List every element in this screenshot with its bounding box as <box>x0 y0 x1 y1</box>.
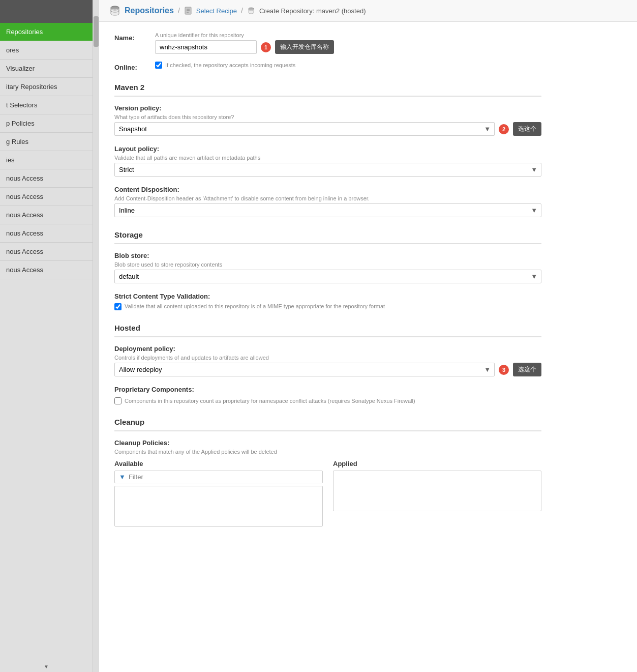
strict-content-checkbox[interactable] <box>114 303 122 310</box>
hosted-section-title: Hosted <box>114 319 541 337</box>
layout-policy-hint: Validate that all paths are maven artifa… <box>114 155 541 161</box>
blob-store-hint: Blob store used to store repository cont… <box>114 261 541 268</box>
deployment-policy-select-row: Allow redeploy Disable redeploy Read-onl… <box>114 363 541 376</box>
name-input[interactable] <box>155 40 257 54</box>
content-disposition-hint: Add Content-Disposition header as 'Attac… <box>114 195 541 201</box>
proprietary-row: Components in this repository count as p… <box>114 397 541 404</box>
badge-2: 2 <box>499 124 509 134</box>
strict-content-label: Strict Content Type Validation: <box>114 293 541 300</box>
breadcrumb-sep-1: / <box>178 7 180 15</box>
sidebar-item-policies[interactable]: p Policies <box>0 114 93 133</box>
version-policy-group: Version policy: What type of artifacts d… <box>114 104 541 136</box>
content-disposition-label: Content Disposition: <box>114 186 541 193</box>
breadcrumb-sep-2: / <box>241 7 243 15</box>
content-disposition-select[interactable]: Inline Attachment <box>114 203 541 217</box>
content-disposition-group: Content Disposition: Add Content-Disposi… <box>114 186 541 217</box>
name-label: Name: <box>114 32 155 42</box>
online-content: If checked, the repository accepts incom… <box>155 62 541 69</box>
deployment-policy-select[interactable]: Allow redeploy Disable redeploy Read-onl… <box>114 363 495 376</box>
header-title[interactable]: Repositories <box>125 6 174 15</box>
badge-1: 1 <box>261 42 271 52</box>
sidebar-item-label: ores <box>6 46 19 54</box>
create-repo-icon <box>247 7 255 15</box>
breadcrumb: Repositories / Select Recipe / Create Re… <box>99 0 637 22</box>
sidebar-item-label: nous Access <box>6 248 43 255</box>
deployment-policy-hint: Controls if deployments of and updates t… <box>114 355 541 361</box>
sidebar-item-stores[interactable]: ores <box>0 41 93 60</box>
cleanup-available-label: Available <box>114 460 323 468</box>
sidebar-item-rules[interactable]: g Rules <box>0 133 93 151</box>
layout-policy-group: Layout policy: Validate that all paths a… <box>114 145 541 177</box>
cleanup-applied-col: Applied <box>333 460 541 527</box>
sidebar-top <box>0 0 93 23</box>
name-input-wrapper: 1 输入开发仓库名称 <box>155 40 541 54</box>
badge-3: 3 <box>499 365 509 375</box>
sidebar-item-label: Repositories <box>6 28 43 36</box>
cleanup-available-col: Available ▼ <box>114 460 323 527</box>
sidebar-item-label: nous Access <box>6 174 43 182</box>
cleanup-cols: Available ▼ Applied <box>114 460 541 527</box>
version-policy-label: Version policy: <box>114 104 541 112</box>
sidebar-item-label: p Policies <box>6 120 35 127</box>
sidebar-item-anon3[interactable]: nous Access <box>0 206 93 224</box>
version-policy-select[interactable]: Snapshot Release Mixed <box>114 122 495 136</box>
deployment-policy-select-wrapper: Allow redeploy Disable redeploy Read-onl… <box>114 363 495 376</box>
blob-store-group: Blob store: Blob store used to store rep… <box>114 252 541 283</box>
blob-store-select[interactable]: default <box>114 270 541 283</box>
sidebar-scroll-indicator: ▼ <box>0 661 93 672</box>
sidebar-item-anon5[interactable]: nous Access <box>0 243 93 261</box>
proprietary-checkbox[interactable] <box>114 397 122 404</box>
online-hint: If checked, the repository accepts incom… <box>165 62 295 68</box>
version-policy-select-wrapper: Snapshot Release Mixed ▼ <box>114 122 495 136</box>
storage-section-title: Storage <box>114 226 541 244</box>
current-page-label: Create Repository: maven2 (hosted) <box>259 7 366 15</box>
sidebar-item-prop-repos[interactable]: itary Repositories <box>0 78 93 96</box>
sidebar-item-label: nous Access <box>6 266 43 274</box>
proprietary-group: Proprietary Components: Components in th… <box>114 386 541 404</box>
version-policy-hint: What type of artifacts does this reposit… <box>114 114 541 120</box>
scrollbar[interactable] <box>93 0 99 672</box>
version-policy-tooltip: 选这个 <box>513 122 541 136</box>
online-row: Online: If checked, the repository accep… <box>114 62 541 71</box>
cleanup-policies-group: Cleanup Policies: Components that match … <box>114 439 541 527</box>
layout-policy-select-wrapper: Strict Permissive ▼ <box>114 163 541 177</box>
filter-icon: ▼ <box>119 473 126 481</box>
blob-store-select-wrapper: default ▼ <box>114 270 541 283</box>
sidebar: Repositories ores Visualizer itary Repos… <box>0 0 93 672</box>
sidebar-item-label: t Selectors <box>6 101 37 109</box>
name-content: A unique identifier for this repository … <box>155 32 541 54</box>
strict-content-hint: Validate that all content uploaded to th… <box>125 303 385 309</box>
sidebar-item-label: nous Access <box>6 211 43 219</box>
scroll-thumb[interactable] <box>94 16 99 47</box>
sidebar-item-label: itary Repositories <box>6 83 57 91</box>
sidebar-item-anon1[interactable]: nous Access <box>0 169 93 188</box>
cleanup-policies-hint: Components that match any of the Applied… <box>114 449 541 455</box>
layout-policy-select[interactable]: Strict Permissive <box>114 163 541 177</box>
online-label: Online: <box>114 62 155 71</box>
online-checkbox[interactable] <box>155 62 162 69</box>
online-checkbox-row: If checked, the repository accepts incom… <box>155 62 541 69</box>
sidebar-item-anon4[interactable]: nous Access <box>0 224 93 243</box>
sidebar-item-visualizer[interactable]: Visualizer <box>0 60 93 78</box>
sidebar-item-anon2[interactable]: nous Access <box>0 188 93 206</box>
proprietary-hint: Components in this repository count as p… <box>125 398 415 404</box>
name-tooltip: 输入开发仓库名称 <box>275 40 334 54</box>
database-icon <box>109 5 120 16</box>
form-area: Name: A unique identifier for this repos… <box>99 22 557 546</box>
sidebar-item-repositories[interactable]: Repositories <box>0 23 93 41</box>
name-hint: A unique identifier for this repository <box>155 32 541 38</box>
blob-store-label: Blob store: <box>114 252 541 259</box>
main-content: Repositories / Select Recipe / Create Re… <box>99 0 637 672</box>
sidebar-item-anon6[interactable]: nous Access <box>0 261 93 279</box>
maven2-section-title: Maven 2 <box>114 79 541 97</box>
strict-content-group: Strict Content Type Validation: Validate… <box>114 293 541 310</box>
cleanup-policies-label: Cleanup Policies: <box>114 439 541 447</box>
recipe-icon <box>184 7 192 15</box>
filter-input-wrapper: ▼ <box>114 471 323 483</box>
sidebar-item-ies[interactable]: ies <box>0 151 93 169</box>
validation-row: Validate that all content uploaded to th… <box>114 303 541 310</box>
select-recipe-link[interactable]: Select Recipe <box>196 7 237 15</box>
proprietary-label: Proprietary Components: <box>114 386 541 393</box>
filter-input[interactable] <box>129 473 318 481</box>
sidebar-item-selectors[interactable]: t Selectors <box>0 96 93 114</box>
